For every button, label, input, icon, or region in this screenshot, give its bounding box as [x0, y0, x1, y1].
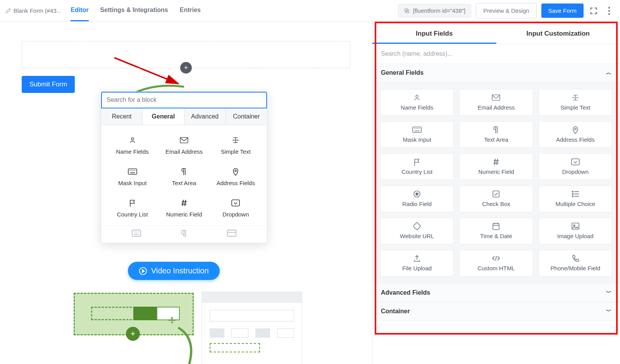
field-tile-label: Simple Text	[560, 104, 590, 111]
top-right: [fluentform id="438"] Preview & Design S…	[398, 3, 615, 18]
field-tile-label: Website URL	[400, 233, 434, 239]
user-icon	[413, 94, 421, 101]
popover-tab-recent[interactable]: Recent	[101, 108, 143, 125]
list-icon	[572, 191, 579, 197]
hash-icon	[179, 199, 189, 207]
popover-item-label: Simple Text	[221, 148, 251, 155]
tab-entries[interactable]: Entries	[180, 0, 201, 21]
popover-item-label: Numeric Field	[166, 211, 202, 218]
svg-rect-42	[572, 159, 579, 165]
popover-grid: Name FieldsEmail AddressSimple TextMask …	[101, 125, 267, 225]
field-tile-label: File Upload	[402, 265, 432, 271]
popover-item-textcursor[interactable]: Simple Text	[210, 131, 262, 163]
chevron-up-icon: ︿	[606, 69, 611, 76]
copy-icon	[404, 8, 410, 14]
preview-design-button[interactable]: Preview & Design	[476, 3, 536, 18]
plus-icon: +	[184, 64, 188, 72]
keyboard-icon	[132, 230, 141, 237]
popover-tab-general[interactable]: General	[143, 108, 184, 125]
field-tile-user[interactable]: Name Fields	[380, 89, 454, 116]
add-block-button[interactable]: +	[180, 62, 192, 74]
popover-item-label: Mask Input	[118, 180, 146, 186]
side-tab-input-customization[interactable]: Input Customization	[496, 25, 620, 44]
side-search-input[interactable]	[372, 44, 620, 64]
popover-tab-container[interactable]: Container	[226, 108, 267, 125]
svg-point-50	[572, 196, 573, 197]
popover-item-select[interactable]: Dropdown	[210, 194, 262, 225]
top-bar: Blank Form (#43... Editor Settings & Int…	[0, 0, 620, 22]
field-tile-link[interactable]: Website URL	[380, 218, 454, 244]
pin-icon	[572, 126, 579, 133]
popover-item-mail[interactable]: Email Address	[158, 131, 210, 163]
popover-item-label: Text Area	[172, 180, 196, 186]
block-search-input[interactable]	[101, 92, 267, 108]
section-container-label: Container	[381, 308, 410, 315]
field-tile-label: Email Address	[478, 104, 515, 111]
popover-extra-row	[101, 225, 267, 243]
keyboard-icon	[412, 126, 422, 133]
svg-rect-7	[180, 137, 188, 143]
shortcode-box[interactable]: [fluentform id="438"]	[398, 4, 471, 17]
field-tile-select[interactable]: Dropdown	[539, 153, 612, 180]
field-tile-pin[interactable]: Address Fields	[539, 121, 612, 148]
svg-rect-52	[413, 222, 421, 230]
field-tile-textcursor[interactable]: Simple Text	[539, 89, 612, 116]
field-tile-label: Numeric Field	[478, 168, 514, 175]
tab-settings[interactable]: Settings & Integrations	[100, 0, 168, 21]
link-icon	[413, 223, 421, 230]
fullscreen-icon[interactable]	[588, 5, 599, 16]
field-tile-hash[interactable]: Numeric Field	[459, 153, 533, 180]
section-container[interactable]: Container ﹀	[372, 302, 620, 321]
popover-item-flag[interactable]: Country List	[107, 194, 158, 225]
field-tile-list[interactable]: Multiple Choice	[539, 185, 612, 212]
popover-item-hash[interactable]: Numeric Field	[158, 194, 210, 225]
card-icon	[227, 230, 236, 237]
flag-icon	[413, 158, 420, 165]
side-tab-input-fields[interactable]: Input Fields	[372, 25, 496, 44]
field-tile-mail[interactable]: Email Address	[459, 89, 533, 116]
field-tile-flag[interactable]: Country List	[380, 153, 454, 180]
field-tile-code[interactable]: Custom HTML	[459, 250, 533, 276]
field-tile-paragraph[interactable]: Text Area	[459, 121, 533, 148]
field-tile-label: Mask Input	[403, 136, 431, 143]
popover-item-pin[interactable]: Address Fields	[210, 163, 262, 194]
field-tile-label: Radio Field	[402, 201, 432, 207]
popover-item-keyboard[interactable]: Mask Input	[107, 163, 158, 194]
submit-form-button[interactable]: Submit Form	[22, 76, 75, 93]
svg-point-6	[131, 138, 134, 140]
section-advanced-fields[interactable]: Advanced Fields ﹀	[372, 283, 620, 302]
chevron-down-icon: ﹀	[606, 289, 611, 296]
video-instruction-label: Video Instruction	[151, 266, 209, 275]
nav-tabs: Editor Settings & Integrations Entries	[71, 0, 201, 21]
field-tile-radio[interactable]: Radio Field	[380, 185, 454, 212]
popover-item-label: Country List	[117, 211, 148, 218]
section-general-label: General Fields	[381, 69, 424, 76]
section-advanced-label: Advanced Fields	[381, 289, 430, 296]
code-icon	[492, 255, 500, 262]
field-tile-calendar[interactable]: Time & Date	[459, 218, 533, 244]
svg-point-4	[608, 13, 610, 14]
field-tile-label: Name Fields	[401, 104, 433, 111]
drag-illustration: +	[66, 293, 306, 364]
popover-item-user[interactable]: Name Fields	[107, 131, 158, 163]
tab-editor[interactable]: Editor	[71, 0, 88, 21]
section-general-fields[interactable]: General Fields ︿	[372, 64, 620, 82]
popover-item-label: Email Address	[165, 148, 203, 155]
field-tile-check[interactable]: Check Box	[459, 185, 533, 212]
field-tile-phone[interactable]: Phone/Mobile Field	[539, 250, 612, 276]
hash-icon	[493, 158, 499, 165]
form-title[interactable]: Blank Form (#43...	[5, 7, 61, 14]
field-tile-upload[interactable]: File Upload	[380, 250, 454, 276]
save-form-button[interactable]: Save Form	[541, 3, 584, 18]
more-menu-icon[interactable]	[604, 5, 615, 16]
pencil-icon	[5, 8, 11, 14]
field-tile-label: Country List	[401, 168, 432, 175]
field-tile-keyboard[interactable]: Mask Input	[380, 121, 454, 148]
popover-tab-advanced[interactable]: Advanced	[184, 108, 226, 125]
popover-item-label: Name Fields	[116, 148, 149, 155]
field-tile-image[interactable]: Image Upload	[539, 218, 612, 244]
popover-item-paragraph[interactable]: Text Area	[158, 163, 210, 194]
svg-rect-19	[232, 200, 239, 206]
svg-line-41	[497, 159, 498, 165]
video-instruction-button[interactable]: Video Instruction	[128, 262, 220, 280]
